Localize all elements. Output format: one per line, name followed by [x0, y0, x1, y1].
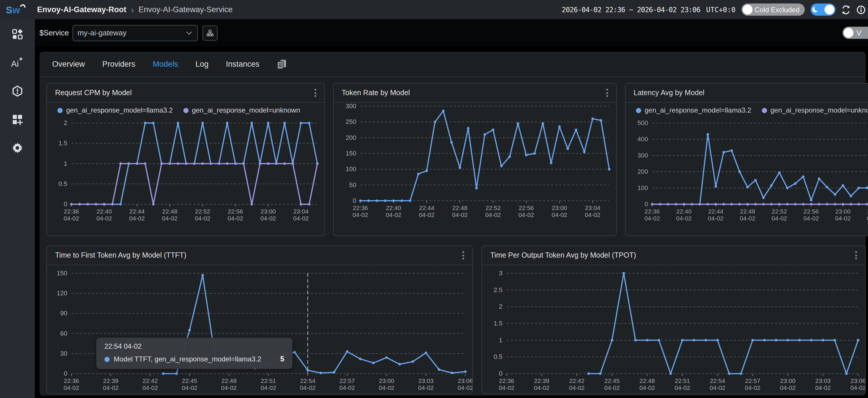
dark-mode-toggle[interactable] [811, 3, 836, 16]
chart-legend: gen_ai_response_model=llama3.2 gen_ai_re… [47, 103, 324, 118]
request-cpm-chart-plot[interactable]: 00.511.5222:3604-0222:4004-0222:4404-022… [47, 118, 324, 236]
tpot-chart-plot[interactable]: 00.511.522.5322:3604-0222:3904-0222:4204… [482, 265, 865, 394]
service-select[interactable]: my-ai-gateway [72, 25, 197, 41]
ttft-chart-plot[interactable]: 030609012015022:3604-0222:3904-0222:4204… [47, 265, 472, 394]
info-icon [857, 5, 866, 14]
svg-text:22:56: 22:56 [519, 205, 534, 211]
svg-text:04-02: 04-02 [710, 385, 725, 391]
legend-label: gen_ai_response_model=llama3.2 [66, 106, 173, 114]
svg-text:04-02: 04-02 [64, 215, 79, 222]
svg-text:22:54: 22:54 [300, 377, 316, 384]
app-root: Sw Envoy-AI-Gateway-Root › Envoy-AI-Gate… [0, 0, 868, 398]
svg-text:04-02: 04-02 [552, 212, 567, 218]
legend-item-unknown[interactable]: gen_ai_response_model=unknown [183, 106, 300, 114]
svg-text:23:00: 23:00 [552, 205, 567, 211]
settings-icon[interactable] [11, 142, 24, 154]
svg-text:22:36: 22:36 [64, 208, 79, 215]
svg-text:120: 120 [57, 289, 67, 297]
breadcrumb-root[interactable]: Envoy-AI-Gateway-Root [37, 5, 126, 14]
legend-dot-blue [57, 108, 63, 113]
svg-text:22:42: 22:42 [143, 377, 158, 384]
card-menu-button[interactable] [460, 249, 466, 262]
time-range[interactable]: 2026-04-02 22:36 ~ 2026-04-02 23:06 [562, 5, 700, 13]
svg-text:23:00: 23:00 [835, 208, 850, 215]
alerting-icon[interactable] [11, 85, 24, 97]
svg-text:22:40: 22:40 [97, 208, 112, 215]
chart-legend: gen_ai_response_model=llama3.2 gen_ai_re… [625, 103, 868, 118]
topbar-controls: 2026-04-02 22:36 ~ 2026-04-02 23:06 UTC+… [562, 3, 868, 16]
card-menu-button[interactable] [853, 249, 859, 262]
svg-text:04-02: 04-02 [386, 212, 402, 218]
cold-excluded-toggle[interactable]: Cold Excluded [741, 3, 805, 16]
svg-text:04-02: 04-02 [485, 212, 501, 218]
copy-icon [277, 59, 287, 69]
version-toggle[interactable]: V [842, 27, 868, 39]
breadcrumb-service[interactable]: Envoy-AI-Gateway-Service [139, 5, 232, 14]
token-rate-chart-plot[interactable]: 05010015020025030022:3604-0222:4004-0222… [334, 103, 616, 236]
legend-item-llama[interactable]: gen_ai_response_model=llama3.2 [636, 106, 751, 114]
service-select-value: my-ai-gateway [78, 28, 182, 37]
skywalking-logo[interactable]: Sw [0, 3, 35, 17]
svg-text:22:56: 22:56 [804, 208, 819, 215]
svg-text:22:36: 22:36 [499, 377, 514, 384]
svg-text:04-02: 04-02 [745, 385, 761, 391]
card-title: Latency Avg by Model [633, 89, 704, 97]
svg-text:04-02: 04-02 [352, 212, 368, 218]
dashboards-icon[interactable] [11, 28, 24, 41]
card-menu-button[interactable] [604, 87, 610, 99]
legend-item-llama[interactable]: gen_ai_response_model=llama3.2 [57, 106, 173, 114]
card-menu-button[interactable] [312, 87, 318, 99]
legend-label: gen_ai_response_model=unknown [192, 106, 300, 114]
svg-text:04-02: 04-02 [640, 385, 655, 391]
tab-providers[interactable]: Providers [102, 60, 135, 68]
tooltip-series-row: Model TTFT, gen_ai_response_model=llama3… [104, 355, 284, 363]
svg-text:04-02: 04-02 [644, 215, 660, 222]
svg-text:04-02: 04-02 [815, 385, 831, 391]
svg-text:23:06: 23:06 [850, 377, 865, 384]
legend-item-unknown[interactable]: gen_ai_response_model=unknown [762, 106, 868, 114]
legend-dot-purple [762, 108, 767, 113]
svg-text:23:04: 23:04 [585, 205, 600, 211]
info-button[interactable] [857, 5, 866, 14]
legend-dot-blue [636, 108, 641, 113]
svg-text:22:48: 22:48 [452, 205, 468, 211]
svg-text:0: 0 [499, 370, 502, 377]
tab-log[interactable]: Log [195, 60, 209, 68]
svg-text:22:57: 22:57 [745, 377, 761, 384]
widgets-icon[interactable] [11, 113, 24, 126]
svg-text:04-02: 04-02 [103, 385, 119, 391]
ai-icon[interactable]: Ai [11, 56, 24, 69]
sidebar: Ai [0, 19, 35, 398]
svg-text:23:04: 23:04 [293, 208, 309, 215]
svg-text:04-02: 04-02 [162, 215, 178, 222]
svg-text:22:48: 22:48 [740, 208, 755, 215]
svg-text:1: 1 [64, 160, 67, 167]
svg-text:04-02: 04-02 [772, 215, 787, 222]
svg-text:04-02: 04-02 [676, 215, 692, 222]
svg-text:04-02: 04-02 [499, 385, 514, 391]
svg-text:60: 60 [60, 330, 67, 337]
copy-dashboard-button[interactable] [277, 59, 287, 69]
svg-text:0: 0 [64, 370, 67, 377]
svg-text:04-02: 04-02 [803, 215, 819, 222]
refresh-button[interactable] [841, 5, 850, 14]
card-header: Request CPM by Model [47, 84, 324, 103]
tab-models[interactable]: Models [153, 60, 178, 68]
svg-text:0.5: 0.5 [493, 353, 502, 360]
svg-text:22:45: 22:45 [604, 377, 620, 384]
tab-instances[interactable]: Instances [226, 60, 260, 68]
legend-label: gen_ai_response_model=unknown [771, 106, 868, 114]
card-title: Request CPM by Model [55, 89, 132, 97]
timezone-label: UTC+0:0 [706, 5, 736, 13]
svg-text:04-02: 04-02 [379, 385, 395, 391]
topology-button[interactable] [202, 25, 217, 40]
tab-overview[interactable]: Overview [52, 60, 85, 68]
refresh-icon [841, 5, 850, 14]
svg-text:2: 2 [64, 119, 67, 126]
svg-text:22:36: 22:36 [645, 208, 660, 215]
svg-text:04-02: 04-02 [740, 215, 755, 222]
card-title: Time Per Output Token Avg by Model (TPOT… [490, 251, 636, 259]
latency-avg-chart-plot[interactable]: 010020030040050022:3604-0222:4004-0222:4… [625, 118, 868, 236]
svg-text:23:03: 23:03 [418, 377, 434, 384]
svg-text:04-02: 04-02 [585, 212, 600, 218]
